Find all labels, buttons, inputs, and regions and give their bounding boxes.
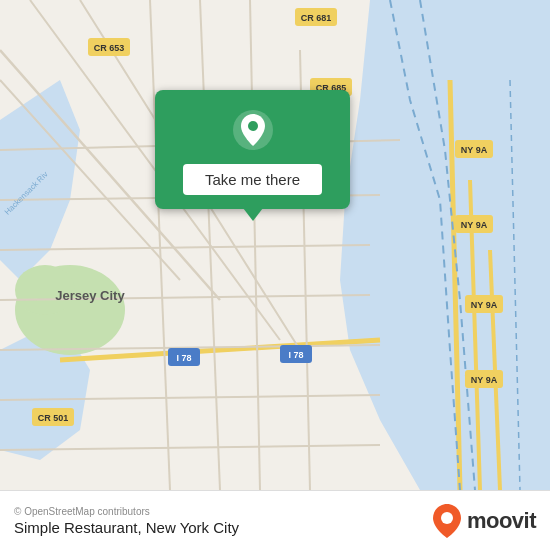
svg-text:CR 653: CR 653: [94, 43, 125, 53]
svg-point-31: [441, 512, 453, 524]
moovit-logo: moovit: [433, 504, 536, 538]
map-background: CR 681 CR 653 CR 685 NY 9A NY 9A NY 9A N…: [0, 0, 550, 490]
bottom-bar: © OpenStreetMap contributors Simple Rest…: [0, 490, 550, 550]
moovit-brand-text: moovit: [467, 508, 536, 534]
popup-bubble: Take me there: [155, 90, 350, 209]
svg-text:I 78: I 78: [176, 353, 191, 363]
svg-text:CR 501: CR 501: [38, 413, 69, 423]
map-popup: Take me there: [155, 90, 350, 209]
map-container[interactable]: CR 681 CR 653 CR 685 NY 9A NY 9A NY 9A N…: [0, 0, 550, 490]
svg-text:Jersey City: Jersey City: [55, 288, 125, 303]
moovit-pin-icon: [433, 504, 461, 538]
osm-attribution: © OpenStreetMap contributors: [14, 506, 239, 517]
location-pin-icon: [231, 108, 275, 152]
svg-text:NY 9A: NY 9A: [461, 145, 488, 155]
svg-text:NY 9A: NY 9A: [471, 375, 498, 385]
svg-point-30: [248, 121, 258, 131]
location-name: Simple Restaurant, New York City: [14, 519, 239, 536]
svg-text:CR 681: CR 681: [301, 13, 332, 23]
svg-text:I 78: I 78: [288, 350, 303, 360]
svg-text:NY 9A: NY 9A: [461, 220, 488, 230]
bottom-info: © OpenStreetMap contributors Simple Rest…: [14, 506, 239, 536]
svg-text:NY 9A: NY 9A: [471, 300, 498, 310]
take-me-there-button[interactable]: Take me there: [183, 164, 322, 195]
